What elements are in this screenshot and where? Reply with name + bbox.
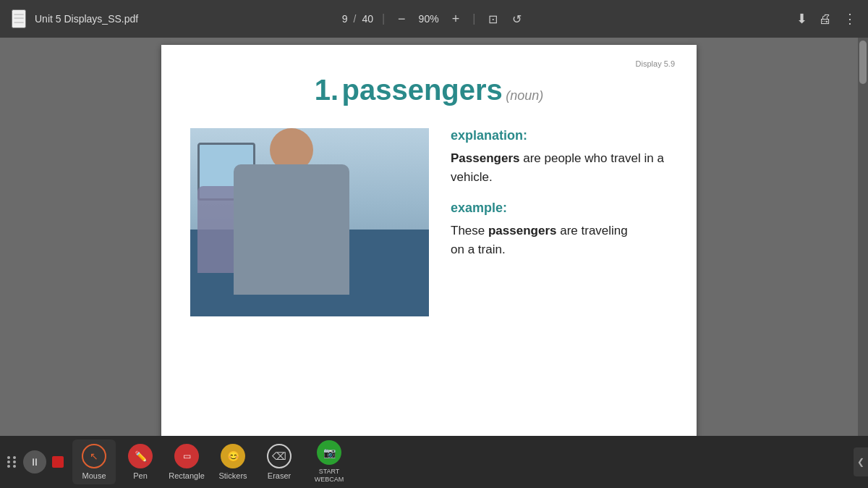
mouse-tool[interactable]: ↖ Mouse bbox=[72, 439, 116, 484]
divider-2: | bbox=[472, 12, 475, 25]
stickers-label: Stickers bbox=[218, 471, 247, 480]
collapse-toolbar-button[interactable]: ❮ bbox=[854, 447, 868, 476]
mouse-label: Mouse bbox=[82, 471, 106, 480]
print-button[interactable]: 🖨 bbox=[819, 12, 832, 27]
webcam-tool[interactable]: 📷 START WEBCAM bbox=[304, 439, 354, 484]
scrollbar-right[interactable] bbox=[858, 38, 868, 436]
collapse-arrow-icon: ❮ bbox=[857, 457, 864, 467]
pen-tool[interactable]: ✏️ Pen bbox=[119, 439, 162, 484]
main-area: Display 5.9 1. passengers (noun) bbox=[0, 38, 868, 436]
webcam-label: START WEBCAM bbox=[304, 468, 354, 484]
rectangle-label: Rectangle bbox=[169, 471, 205, 480]
word-image bbox=[190, 128, 429, 316]
pdf-page: Display 5.9 1. passengers (noun) bbox=[161, 45, 697, 436]
pen-label: Pen bbox=[133, 471, 148, 480]
explanation-bold-word: Passengers bbox=[451, 151, 519, 165]
more-options-button[interactable]: ⋮ bbox=[843, 11, 856, 27]
divider-1: | bbox=[382, 12, 385, 25]
mouse-icon: ↖ bbox=[82, 444, 106, 468]
pause-button[interactable]: ⏸ bbox=[23, 450, 46, 474]
text-content: explanation: Passengers are people who t… bbox=[451, 128, 668, 258]
eraser-tool[interactable]: ⌫ Eraser bbox=[258, 439, 301, 484]
zoom-level: 90% bbox=[416, 13, 442, 25]
scene-figure-main bbox=[234, 164, 349, 295]
example-label: example: bbox=[451, 201, 668, 216]
webcam-icon: 📷 bbox=[317, 440, 341, 465]
example-pre: These bbox=[451, 224, 488, 237]
pdf-area: Display 5.9 1. passengers (noun) bbox=[0, 38, 858, 436]
example-text: These passengers are travelingon a train… bbox=[451, 222, 668, 258]
top-bar-left: ☰ Unit 5 Displays_SS.pdf bbox=[12, 9, 138, 28]
title-word: passengers bbox=[341, 74, 502, 106]
total-pages: 40 bbox=[362, 13, 373, 25]
hamburger-menu-button[interactable]: ☰ bbox=[12, 9, 26, 28]
scrollbar-thumb[interactable] bbox=[859, 41, 867, 84]
stop-button[interactable] bbox=[52, 456, 64, 468]
title-number: 1. bbox=[315, 74, 339, 106]
word-title: 1. passengers (noun) bbox=[190, 74, 668, 106]
page-separator: / bbox=[353, 13, 356, 25]
zoom-out-button[interactable]: − bbox=[393, 10, 410, 28]
title-pos: (noun) bbox=[506, 88, 543, 103]
rotate-button[interactable]: ↺ bbox=[508, 11, 526, 28]
pen-icon: ✏️ bbox=[128, 444, 153, 468]
eraser-icon: ⌫ bbox=[267, 444, 292, 468]
explanation-label: explanation: bbox=[451, 128, 668, 143]
eraser-label: Eraser bbox=[268, 471, 291, 480]
top-bar-center: 9 / 40 | − 90% + | ⊡ ↺ bbox=[342, 10, 527, 28]
stickers-icon: 😊 bbox=[221, 444, 245, 468]
display-label: Display 5.9 bbox=[636, 59, 675, 68]
bottom-toolbar: ⏸ ↖ Mouse ✏️ Pen ▭ Rectangle 😊 Stickers … bbox=[0, 436, 868, 488]
scene-bg bbox=[190, 128, 429, 316]
explanation-text: Passengers are people who travel in a ve… bbox=[451, 149, 668, 186]
drag-handle bbox=[7, 456, 17, 468]
rectangle-icon: ▭ bbox=[174, 444, 199, 468]
download-button[interactable]: ⬇ bbox=[796, 11, 807, 27]
file-name: Unit 5 Displays_SS.pdf bbox=[35, 13, 138, 25]
rectangle-tool[interactable]: ▭ Rectangle bbox=[165, 439, 208, 484]
current-page: 9 bbox=[342, 13, 348, 25]
zoom-in-button[interactable]: + bbox=[448, 10, 464, 28]
fit-page-button[interactable]: ⊡ bbox=[484, 11, 502, 28]
content-section: explanation: Passengers are people who t… bbox=[190, 128, 668, 316]
top-bar: ☰ Unit 5 Displays_SS.pdf 9 / 40 | − 90% … bbox=[0, 0, 868, 38]
example-bold-word: passengers bbox=[488, 224, 557, 237]
stickers-tool[interactable]: 😊 Stickers bbox=[211, 439, 255, 484]
top-bar-right: ⬇ 🖨 ⋮ bbox=[796, 11, 856, 27]
